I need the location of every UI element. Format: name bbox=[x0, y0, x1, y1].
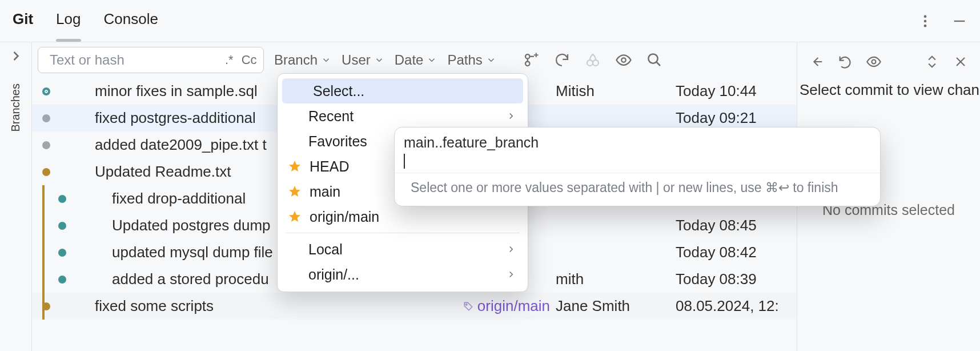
svg-marker-22 bbox=[289, 211, 300, 222]
branch-input-hint: Select one or more values separated with… bbox=[395, 173, 880, 206]
left-gutter: Branches bbox=[0, 42, 32, 351]
svg-point-17 bbox=[872, 60, 876, 64]
svg-point-6 bbox=[525, 54, 530, 59]
tab-log[interactable]: Log bbox=[56, 10, 81, 31]
branch-popup-origin-main[interactable]: origin/main bbox=[278, 204, 528, 229]
eye-icon[interactable] bbox=[615, 51, 632, 69]
commit-message: fixed some scripts bbox=[95, 297, 420, 315]
svg-point-12 bbox=[621, 58, 626, 62]
commit-author: Jane Smith bbox=[556, 297, 676, 315]
graph-cell bbox=[32, 266, 95, 293]
separator bbox=[286, 233, 520, 233]
branch-input-caret-line[interactable] bbox=[395, 152, 880, 173]
star-icon bbox=[288, 159, 302, 173]
chevron-right-icon bbox=[506, 244, 516, 254]
commit-date: Today 09:21 bbox=[676, 109, 790, 127]
refresh-icon[interactable] bbox=[553, 51, 571, 69]
branch-popup-recent[interactable]: Recent bbox=[278, 103, 528, 129]
chevron-down-icon bbox=[321, 55, 331, 65]
commit-date: Today 10:44 bbox=[676, 82, 790, 100]
graph-cell bbox=[32, 105, 95, 131]
branch-input-value[interactable]: main..feature_branch bbox=[395, 127, 880, 152]
detail-select-commit-text: Select commit to view changes bbox=[797, 81, 980, 99]
svg-point-0 bbox=[924, 15, 927, 18]
filter-branch[interactable]: Branch bbox=[274, 52, 331, 68]
kebab-menu-icon[interactable] bbox=[917, 13, 933, 29]
star-icon bbox=[288, 185, 302, 198]
close-icon[interactable] bbox=[953, 54, 969, 70]
graph-cell bbox=[32, 78, 95, 105]
cherry-pick-icon[interactable] bbox=[584, 51, 601, 69]
filter-date[interactable]: Date bbox=[395, 52, 437, 68]
commit-author: Mitish bbox=[556, 82, 676, 100]
search-input-container[interactable]: .* Cc bbox=[38, 47, 264, 73]
tab-console[interactable]: Console bbox=[104, 10, 158, 31]
match-case-toggle[interactable]: Cc bbox=[242, 53, 257, 67]
svg-point-15 bbox=[465, 304, 467, 305]
sidebar-branches-label[interactable]: Branches bbox=[9, 83, 22, 132]
branch-popup-origin[interactable]: origin/... bbox=[278, 262, 528, 287]
svg-point-2 bbox=[924, 24, 927, 27]
chevron-down-icon bbox=[374, 55, 384, 65]
commit-date: Today 08:39 bbox=[676, 270, 790, 288]
graph-cell bbox=[32, 158, 95, 185]
chevron-down-icon bbox=[427, 55, 437, 65]
vcs-tabbar: Git Log Console bbox=[0, 0, 980, 42]
graph-cell bbox=[32, 131, 95, 158]
chevron-down-icon bbox=[486, 55, 496, 65]
svg-point-7 bbox=[525, 62, 530, 66]
go-to-icon[interactable] bbox=[809, 54, 825, 70]
preview-eye-icon[interactable] bbox=[866, 54, 882, 70]
commit-row[interactable]: fixed some scriptsorigin/mainJane Smith0… bbox=[32, 293, 797, 320]
branch-input-popup: main..feature_branch Select one or more … bbox=[394, 127, 881, 206]
tab-git[interactable]: Git bbox=[13, 10, 33, 31]
minimize-icon[interactable] bbox=[951, 13, 967, 29]
svg-point-10 bbox=[587, 60, 593, 66]
expand-collapse-icon[interactable] bbox=[924, 54, 940, 70]
filter-user[interactable]: User bbox=[342, 52, 384, 68]
branch-popup-select[interactable]: Select... bbox=[282, 78, 523, 103]
chevron-right-icon bbox=[506, 111, 516, 121]
graph-cell bbox=[32, 212, 95, 239]
graph-cell bbox=[32, 293, 95, 320]
regex-toggle[interactable]: .* bbox=[225, 53, 234, 67]
svg-line-14 bbox=[657, 62, 660, 66]
svg-marker-21 bbox=[289, 186, 300, 197]
svg-point-13 bbox=[648, 54, 657, 63]
log-toolbar: .* Cc Branch User Date Paths bbox=[32, 42, 797, 78]
search-input[interactable] bbox=[50, 52, 220, 68]
graph-cell bbox=[32, 239, 95, 266]
svg-point-11 bbox=[593, 60, 599, 66]
commit-author: mith bbox=[556, 270, 676, 288]
commit-ref-tag: origin/main bbox=[420, 297, 556, 315]
commit-date: Today 08:42 bbox=[676, 244, 790, 261]
commit-date: 08.05.2024, 12: bbox=[676, 297, 790, 315]
new-branch-icon[interactable] bbox=[523, 51, 540, 69]
svg-marker-20 bbox=[289, 161, 300, 171]
revert-icon[interactable] bbox=[837, 54, 853, 70]
find-icon[interactable] bbox=[646, 51, 663, 69]
branch-popup-local[interactable]: Local bbox=[278, 237, 528, 262]
star-icon bbox=[288, 210, 302, 224]
graph-cell bbox=[32, 185, 95, 212]
commit-date: Today 08:45 bbox=[676, 217, 790, 234]
svg-point-1 bbox=[924, 19, 927, 22]
filter-paths[interactable]: Paths bbox=[447, 52, 496, 68]
expand-chevron-icon[interactable] bbox=[8, 48, 24, 64]
chevron-right-icon bbox=[506, 269, 516, 280]
